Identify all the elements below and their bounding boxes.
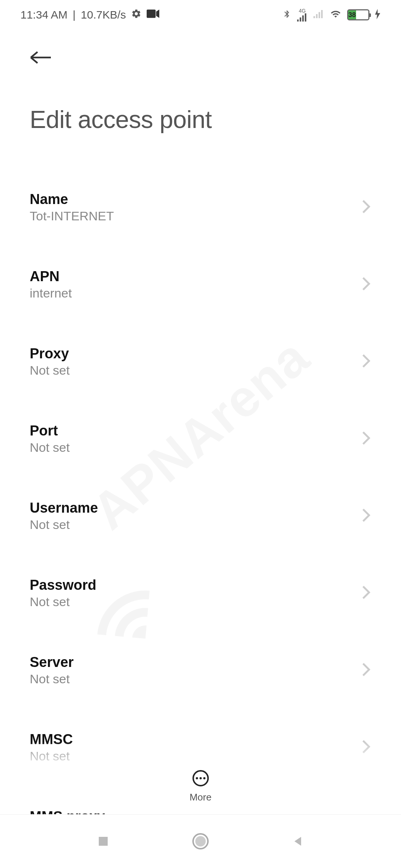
more-icon <box>192 770 209 786</box>
settings-row-server[interactable]: Server Not set <box>0 641 401 700</box>
status-bar-left: 11:34 AM | 10.7KB/s <box>20 9 159 22</box>
nav-home-button[interactable] <box>192 832 209 850</box>
chevron-right-icon <box>361 662 371 678</box>
row-label: Username <box>30 500 98 516</box>
settings-row-apn[interactable]: APN internet <box>0 255 401 314</box>
settings-row-proxy[interactable]: Proxy Not set <box>0 332 401 391</box>
status-speed: 10.7KB/s <box>81 9 126 21</box>
svg-rect-3 <box>302 16 304 22</box>
charging-icon <box>375 9 381 21</box>
row-label: Name <box>30 191 114 207</box>
row-value: Not set <box>30 440 70 455</box>
settings-list: Name Tot-INTERNET APN internet Proxy Not… <box>0 145 401 854</box>
settings-row-port[interactable]: Port Not set <box>0 410 401 468</box>
settings-row-mmsc[interactable]: MMSC Not set <box>0 718 401 777</box>
svg-rect-7 <box>319 12 320 19</box>
navigation-bar <box>0 814 401 868</box>
row-value: internet <box>30 286 72 300</box>
row-value: Not set <box>30 749 73 763</box>
page-title: Edit access point <box>30 105 371 134</box>
gear-icon <box>131 9 141 22</box>
chevron-right-icon <box>361 354 371 370</box>
svg-rect-4 <box>305 13 306 22</box>
more-label: More <box>189 792 211 803</box>
svg-point-12 <box>195 836 206 846</box>
chevron-right-icon <box>361 508 371 524</box>
settings-row-username[interactable]: Username Not set <box>0 487 401 545</box>
row-label: Password <box>30 577 97 593</box>
svg-rect-5 <box>313 16 315 19</box>
wifi-icon <box>329 9 342 21</box>
status-time: 11:34 AM <box>20 9 68 21</box>
svg-rect-10 <box>99 837 108 846</box>
signal-4g-icon: 4G <box>297 8 308 22</box>
nav-back-button[interactable] <box>291 834 304 849</box>
settings-row-password[interactable]: Password Not set <box>0 564 401 622</box>
status-bar-right: 4G × 38 <box>283 8 381 22</box>
row-value: Tot-INTERNET <box>30 209 114 223</box>
more-button[interactable]: More <box>189 770 211 803</box>
row-value: Not set <box>30 517 98 532</box>
signal-empty-icon: × <box>313 10 324 20</box>
chevron-right-icon <box>361 199 371 216</box>
svg-text:×: × <box>322 17 324 18</box>
svg-rect-0 <box>147 10 156 18</box>
chevron-right-icon <box>361 739 371 756</box>
bluetooth-icon <box>283 8 291 22</box>
nav-recent-button[interactable] <box>97 835 110 848</box>
row-label: Server <box>30 654 74 670</box>
status-bar: 11:34 AM | 10.7KB/s 4G × 38 <box>0 0 401 30</box>
row-label: APN <box>30 269 72 285</box>
row-value: Not set <box>30 363 70 378</box>
camera-icon <box>147 9 159 21</box>
back-button[interactable] <box>30 48 371 68</box>
chevron-right-icon <box>361 431 371 447</box>
chevron-right-icon <box>361 585 371 601</box>
svg-rect-6 <box>316 14 317 18</box>
chevron-right-icon <box>361 276 371 293</box>
svg-rect-1 <box>297 20 299 22</box>
row-value: Not set <box>30 595 97 609</box>
row-label: MMSC <box>30 731 73 747</box>
header: Edit access point <box>0 30 401 145</box>
battery-icon: 38 <box>347 9 369 20</box>
svg-rect-2 <box>300 17 301 22</box>
settings-row-name[interactable]: Name Tot-INTERNET <box>0 178 401 237</box>
row-label: Port <box>30 423 70 439</box>
row-value: Not set <box>30 672 74 686</box>
row-label: Proxy <box>30 346 70 362</box>
